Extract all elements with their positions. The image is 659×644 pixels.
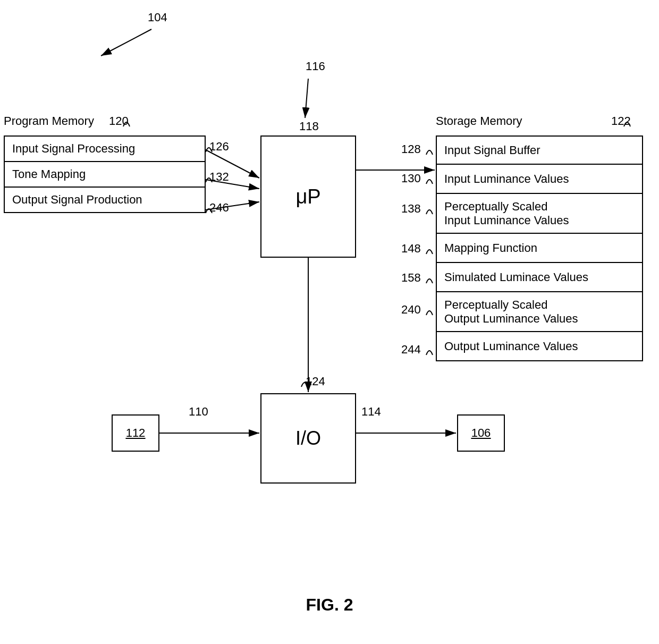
sm-row-4: Mapping Function	[436, 234, 643, 263]
sm-row-6-text: Perceptually ScaledOutput Luminance Valu…	[444, 298, 578, 326]
tick-120	[122, 117, 133, 128]
node-106-label: 106	[471, 426, 491, 440]
ref-158: 158	[401, 271, 421, 285]
io-box: I/O	[260, 393, 356, 484]
sm-row-3-text: Perceptually ScaledInput Luminance Value…	[444, 200, 569, 227]
tick-158	[425, 274, 437, 284]
pm-row-2-text: Tone Mapping	[12, 167, 86, 181]
tick-240	[425, 306, 437, 316]
svg-line-2	[101, 29, 151, 56]
ref-110: 110	[189, 405, 208, 419]
sm-row-7-text: Output Luminance Values	[444, 340, 578, 353]
sm-row-6: Perceptually ScaledOutput Luminance Valu…	[436, 292, 643, 332]
sm-row-1: Input Signal Buffer	[436, 135, 643, 165]
sm-row-1-text: Input Signal Buffer	[444, 143, 540, 157]
tick-130	[425, 174, 437, 185]
ref-114: 114	[361, 405, 381, 419]
tick-244	[425, 345, 437, 356]
ref-240: 240	[401, 303, 421, 317]
ref-118: 118	[299, 120, 319, 133]
pm-row-1: Input Signal Processing	[4, 135, 206, 162]
ref-128: 128	[401, 142, 421, 156]
tick-126	[205, 142, 215, 153]
ref-104: 104	[148, 11, 167, 24]
sm-row-7: Output Luminance Values	[436, 332, 643, 361]
mu-p-label: μP	[295, 185, 320, 208]
tick-124	[300, 377, 312, 388]
program-memory-block: Input Signal Processing Tone Mapping Out…	[4, 135, 206, 213]
tick-246	[205, 204, 215, 214]
ref-130: 130	[401, 172, 421, 185]
mu-p-box: μP	[260, 135, 356, 258]
pm-row-3: Output Signal Production	[4, 188, 206, 213]
tick-132	[205, 173, 215, 183]
sm-row-2: Input Luminance Values	[436, 165, 643, 194]
tick-128	[425, 145, 437, 156]
sm-row-3: Perceptually ScaledInput Luminance Value…	[436, 194, 643, 234]
sm-row-4-text: Mapping Function	[444, 241, 537, 255]
sm-row-5: Simulated Luminace Values	[436, 263, 643, 292]
storage-memory-title: Storage Memory	[436, 114, 522, 128]
program-memory-title: Program Memory	[4, 114, 94, 128]
sm-row-2-text: Input Luminance Values	[444, 172, 569, 186]
tick-138	[425, 205, 437, 215]
ref-244: 244	[401, 343, 421, 357]
ref-148: 148	[401, 242, 421, 256]
tick-122	[623, 117, 633, 128]
tick-148	[425, 244, 437, 255]
fig-label: FIG. 2	[306, 595, 353, 615]
svg-line-3	[305, 79, 308, 118]
node-112: 112	[112, 414, 159, 452]
ref-138: 138	[401, 202, 421, 216]
sm-row-5-text: Simulated Luminace Values	[444, 270, 588, 284]
storage-memory-block: Input Signal Buffer Input Luminance Valu…	[436, 135, 643, 361]
io-label: I/O	[295, 427, 321, 450]
pm-row-1-text: Input Signal Processing	[12, 142, 135, 155]
node-106: 106	[457, 414, 505, 452]
ref-116: 116	[306, 60, 325, 73]
pm-row-3-text: Output Signal Production	[12, 193, 142, 206]
node-112-label: 112	[126, 426, 146, 440]
diagram: 104 116 118 Program Memory 120 Storage M…	[0, 0, 659, 644]
pm-row-2: Tone Mapping	[4, 162, 206, 188]
